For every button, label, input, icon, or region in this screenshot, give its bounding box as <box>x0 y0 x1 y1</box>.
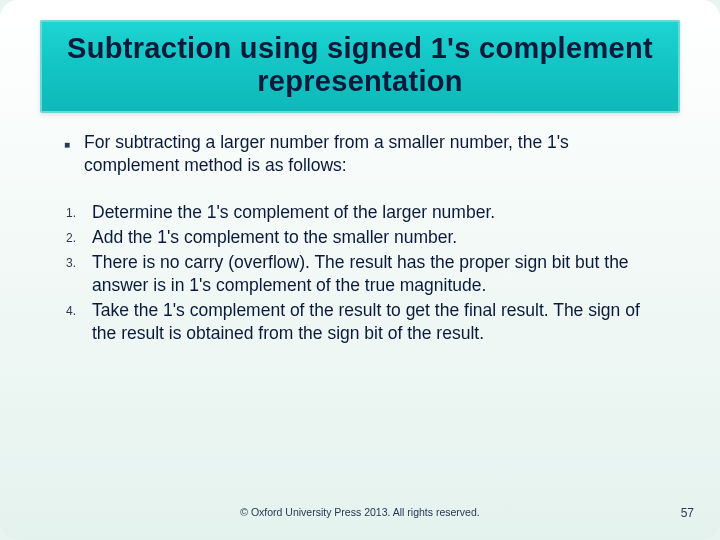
list-item: 2. Add the 1's complement to the smaller… <box>64 226 662 249</box>
slide: Subtraction using signed 1's complement … <box>0 0 720 540</box>
title-box: Subtraction using signed 1's complement … <box>40 20 680 113</box>
square-bullet-icon: ■ <box>64 138 70 151</box>
step-number: 4. <box>64 304 92 320</box>
list-item: 1. Determine the 1's complement of the l… <box>64 201 662 224</box>
list-item: 4. Take the 1's complement of the result… <box>64 299 662 345</box>
step-text: Take the 1's complement of the result to… <box>92 299 662 345</box>
step-text: Add the 1's complement to the smaller nu… <box>92 226 662 249</box>
page-number: 57 <box>681 506 694 520</box>
content-area: ■ For subtracting a larger number from a… <box>30 131 690 346</box>
step-number: 3. <box>64 256 92 272</box>
step-text: Determine the 1's complement of the larg… <box>92 201 662 224</box>
intro-bullet: ■ For subtracting a larger number from a… <box>64 131 662 177</box>
footer-copyright: © Oxford University Press 2013. All righ… <box>0 506 720 518</box>
list-item: 3. There is no carry (overflow). The res… <box>64 251 662 297</box>
step-text: There is no carry (overflow). The result… <box>92 251 662 297</box>
step-number: 1. <box>64 206 92 222</box>
slide-title: Subtraction using signed 1's complement … <box>62 32 658 99</box>
step-number: 2. <box>64 231 92 247</box>
intro-text: For subtracting a larger number from a s… <box>84 131 662 177</box>
